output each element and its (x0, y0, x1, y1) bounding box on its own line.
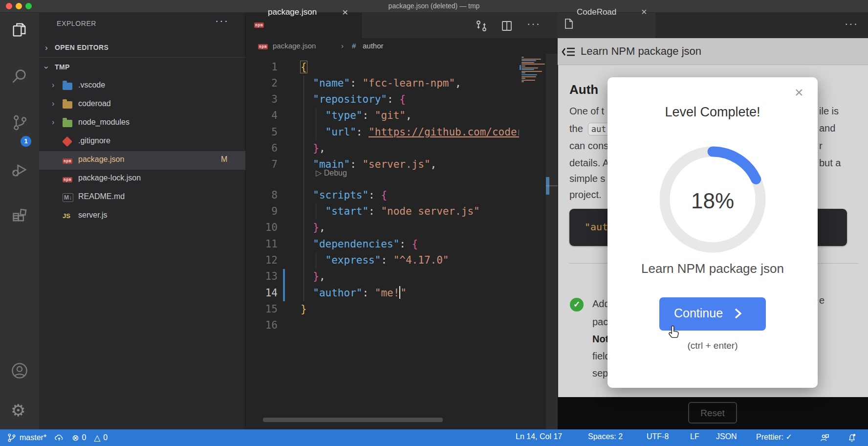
file-icon (564, 19, 573, 31)
horizontal-scrollbar[interactable] (263, 418, 443, 422)
code-line-16[interactable]: 16 (245, 317, 519, 334)
minimap[interactable] (520, 55, 546, 84)
status-language-mode[interactable]: JSON (716, 432, 737, 441)
code-line-11[interactable]: 11 "dependencies": { (245, 236, 519, 253)
code-line-7[interactable]: 7 "main": "server.js", (245, 156, 519, 173)
editor-more-actions-icon[interactable]: ··· (527, 18, 541, 30)
sidebar-item-package.json[interactable]: npmpackage.jsonM (39, 151, 245, 170)
lesson-title: Learn NPM package json (581, 45, 701, 58)
line-number: 8 (245, 187, 278, 203)
open-changes-icon[interactable] (475, 20, 488, 32)
file-name: server.js (78, 211, 108, 220)
code-line-9[interactable]: 9 "start": "node server.js" (245, 203, 519, 220)
sidebar-item-server.js[interactable]: JSserver.js (39, 207, 245, 225)
minimap-line (521, 66, 525, 67)
minimap-line (521, 62, 534, 63)
code-line-8[interactable]: 8 "scripts": { (245, 187, 519, 204)
error-icon: ⊗ (72, 433, 79, 443)
dialog-close-icon[interactable]: × (795, 84, 803, 101)
status-warning[interactable]: △0 (94, 433, 108, 443)
workspace-root-section[interactable]: › TMP (39, 59, 245, 76)
run-debug-icon[interactable] (11, 161, 28, 178)
code-line-1[interactable]: 1{ (245, 59, 519, 76)
open-editors-section[interactable]: › OPEN EDITORS (39, 39, 245, 57)
sidebar-item-package-lock.json[interactable]: npmpackage-lock.json (39, 170, 245, 188)
minimap-modified-marker (520, 65, 521, 70)
code-text: { (278, 59, 307, 75)
account-icon[interactable] (11, 362, 28, 379)
status-label: master* (20, 433, 46, 442)
code-line-6[interactable]: 6 }, (245, 140, 519, 157)
status-error[interactable]: ⊗0 (72, 433, 86, 443)
title-bar: package.json (deleted) — tmp (0, 0, 868, 13)
js-icon: JS (63, 211, 73, 221)
code-text: } (278, 301, 307, 317)
tab-close-icon[interactable]: × (342, 6, 348, 18)
extensions-icon[interactable] (11, 206, 28, 224)
status-eol[interactable]: LF (690, 432, 699, 441)
file-name: .vscode (78, 81, 105, 89)
sidebar-item-README.md[interactable]: M↓README.md (39, 188, 245, 207)
code-line-4[interactable]: 4 "type": "git", (245, 108, 519, 124)
status-encoding[interactable]: UTF-8 (647, 432, 669, 441)
sidebar-item-.gitignore[interactable]: .gitignore (39, 133, 245, 151)
code-line-12[interactable]: 12 "express": "^4.17.0" (245, 252, 519, 269)
panel-tab-label: CodeRoad (577, 7, 616, 17)
code-text: }, (278, 220, 326, 236)
breadcrumb-file[interactable]: package.json (273, 42, 316, 50)
keyboard-shortcut-hint: (ctrl + enter) (608, 340, 818, 351)
activity-bar: 1 ⚙ (0, 13, 39, 429)
modified-lines-gutter-marker (283, 269, 285, 301)
notifications-bell-icon[interactable] (847, 433, 857, 443)
status-cursor-position[interactable]: Ln 14, Col 17 (516, 432, 562, 441)
breadcrumb-separator: › (341, 42, 344, 50)
chevron-right-icon: › (52, 99, 54, 108)
panel-tab-close-icon[interactable]: × (641, 6, 647, 18)
minimap-line (521, 60, 536, 61)
warning-icon: △ (94, 433, 100, 443)
explorer-icon[interactable] (11, 21, 28, 39)
source-control-icon[interactable] (11, 114, 28, 132)
dialog-subtitle: Learn NPM package json (608, 261, 818, 276)
minimap-line (521, 78, 525, 79)
code-line-2[interactable]: 2 "name": "fcc-learn-npm", (245, 75, 519, 92)
status-formatter[interactable]: Prettier: ✓ (756, 432, 792, 442)
line-number: 1 (245, 59, 278, 75)
code-line-14[interactable]: 14 "author": "me!" (245, 285, 519, 302)
level-complete-dialog: × Level Complete! 18% Learn NPM package … (608, 77, 818, 388)
folder-vscode-icon (63, 81, 73, 91)
minimap-line (521, 81, 524, 82)
task-text-fragment: Not (592, 334, 608, 345)
codelens-debug[interactable]: ▷ Debug (316, 168, 347, 178)
npm-file-icon: npm (254, 22, 264, 28)
code-line-15[interactable]: 15} (245, 301, 519, 318)
code-line-10[interactable]: 10 }, (245, 220, 519, 236)
status-cloud-upload[interactable] (54, 433, 64, 443)
minimap-line (521, 64, 545, 65)
search-icon[interactable] (11, 67, 28, 85)
overview-ruler[interactable] (546, 54, 558, 429)
reset-button[interactable]: Reset (688, 402, 737, 424)
panel-more-actions-icon[interactable]: ··· (845, 18, 858, 30)
settings-gear-icon[interactable]: ⚙ (11, 401, 28, 419)
sidebar-item-node_modules[interactable]: ›node_modules (39, 114, 245, 133)
breadcrumb-symbol[interactable]: author (363, 42, 384, 50)
minimap-line (521, 74, 537, 75)
split-editor-icon[interactable] (500, 20, 513, 32)
minimap-line (521, 76, 536, 77)
lesson-text-fragment: project. (569, 189, 602, 201)
explorer-more-actions-icon[interactable]: ··· (215, 15, 229, 27)
status-git-branch[interactable]: master* (7, 433, 46, 443)
status-indentation[interactable]: Spaces: 2 (588, 432, 623, 441)
code-line-5[interactable]: 5 "url": "https://github.com/coder (245, 124, 519, 141)
code-line-3[interactable]: 3 "repository": { (245, 91, 519, 108)
minimap-line (521, 72, 525, 73)
folder-icon (63, 100, 73, 110)
code-editor[interactable]: 1{2 "name": "fcc-learn-npm",3 "repositor… (245, 54, 519, 418)
feedback-icon[interactable] (820, 433, 829, 443)
cloud-upload-icon (54, 433, 64, 443)
sidebar-item-.vscode[interactable]: ›.vscode (39, 77, 245, 95)
sidebar-item-coderoad[interactable]: ›coderoad (39, 95, 245, 114)
code-line-13[interactable]: 13 }, (245, 268, 519, 285)
contents-menu-icon[interactable] (561, 45, 576, 61)
